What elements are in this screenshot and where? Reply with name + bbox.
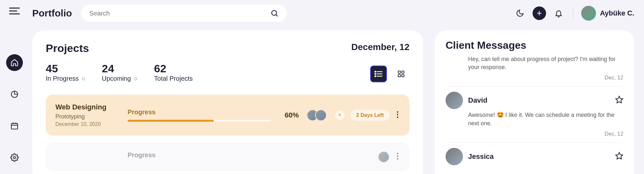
message-sender: David (468, 96, 487, 105)
assignee-avatars (307, 109, 327, 121)
project-more-menu[interactable] (395, 110, 400, 121)
calendar-icon (10, 122, 19, 130)
svg-point-18 (375, 76, 376, 77)
projects-card: Projects December, 12 45 In Progress 24 … (32, 30, 423, 174)
add-assignee-button[interactable]: + (335, 110, 345, 120)
message-date: Dec, 12 (604, 131, 623, 137)
stat-total: 62 Total Projects (154, 62, 193, 82)
search-wrap (81, 5, 287, 22)
svg-line-10 (276, 15, 278, 16)
view-grid-button[interactable] (393, 66, 409, 82)
sidebar (0, 0, 29, 174)
menu-toggle[interactable] (9, 7, 20, 16)
nav-analytics[interactable] (6, 86, 23, 103)
dot-indicator (82, 77, 85, 80)
message-item[interactable]: Jessica (446, 143, 623, 170)
message-item[interactable]: David Awesome! 🤩 I like it. We can sched… (446, 87, 623, 142)
svg-point-25 (397, 116, 398, 118)
projects-date: December, 12 (351, 42, 409, 52)
assignee-avatar (378, 151, 389, 163)
stat-value: 45 (46, 62, 85, 75)
divider (573, 7, 573, 19)
message-date: Dec, 12 (604, 75, 623, 81)
message-body: Hey, can tell me about progress of proje… (468, 55, 623, 71)
notifications[interactable] (552, 6, 565, 20)
project-row[interactable]: . Progress (46, 143, 409, 171)
nav-settings[interactable] (6, 149, 23, 166)
list-icon (374, 71, 383, 77)
svg-marker-30 (616, 152, 623, 159)
progress-label: Progress (128, 151, 370, 159)
more-vertical-icon (397, 111, 399, 118)
search-icon[interactable] (270, 9, 279, 17)
bell-icon (554, 9, 563, 17)
star-button[interactable] (615, 152, 623, 161)
pie-chart-icon (10, 90, 19, 98)
top-actions: Aybüke C. (513, 6, 634, 21)
star-icon (615, 96, 623, 104)
progress-bar (128, 120, 271, 122)
user-name: Aybüke C. (600, 9, 634, 17)
stat-label: Total Projects (154, 75, 193, 82)
user-avatar (581, 6, 596, 21)
svg-rect-21 (398, 75, 400, 77)
svg-point-8 (14, 157, 16, 159)
gear-icon (10, 153, 19, 162)
dot-indicator (134, 77, 137, 80)
theme-toggle[interactable] (513, 6, 527, 20)
svg-point-24 (397, 114, 398, 115)
message-body: Awesome! 🤩 I like it. We can schedule a … (468, 111, 623, 127)
svg-point-23 (397, 111, 398, 112)
svg-point-27 (397, 156, 398, 157)
nav-calendar[interactable] (6, 118, 23, 134)
svg-point-16 (375, 71, 376, 72)
project-row[interactable]: Web Designing Prototyping December 10, 2… (46, 95, 409, 136)
svg-point-17 (375, 74, 376, 75)
project-more-menu[interactable] (395, 151, 400, 162)
svg-rect-20 (402, 71, 404, 73)
message-avatar (446, 92, 463, 109)
view-list-button[interactable] (370, 66, 387, 82)
moon-icon (516, 9, 524, 17)
project-date: December 10, 2020 (55, 121, 120, 127)
progress-bar-fill (128, 120, 214, 122)
message-avatar (446, 148, 463, 165)
hamburger-icon (9, 7, 20, 15)
messages-card: Client Messages Hey, can tell me about p… (435, 30, 634, 174)
stat-in-progress: 45 In Progress (46, 62, 85, 82)
svg-rect-22 (402, 75, 404, 77)
topbar: Portfolio Aybüke C. (29, 0, 644, 26)
messages-heading: Client Messages (446, 39, 623, 51)
days-left-badge: 2 Days Left (351, 110, 389, 121)
project-subtitle: Prototyping (55, 113, 120, 120)
stat-label: Upcoming (102, 75, 131, 82)
stat-upcoming: 24 Upcoming (102, 62, 137, 82)
page-title: Portfolio (32, 8, 72, 19)
more-vertical-icon (397, 153, 399, 160)
plus-icon (536, 10, 543, 16)
progress-percent: 60% (285, 111, 299, 119)
svg-point-26 (397, 153, 398, 154)
svg-rect-4 (11, 123, 18, 129)
project-title: Web Designing (55, 103, 120, 111)
stat-label: In Progress (46, 75, 79, 82)
star-icon (615, 152, 623, 160)
grid-icon (397, 70, 405, 78)
svg-marker-29 (616, 97, 623, 103)
message-sender: Jessica (468, 152, 494, 161)
projects-heading: Projects (46, 42, 89, 55)
home-icon (10, 58, 19, 67)
svg-rect-19 (398, 71, 400, 73)
nav-home[interactable] (6, 54, 23, 71)
message-item[interactable]: Hey, can tell me about progress of proje… (446, 52, 623, 87)
stat-value: 62 (154, 62, 193, 75)
user-menu[interactable]: Aybüke C. (581, 6, 634, 21)
svg-point-9 (272, 10, 277, 15)
add-button[interactable] (533, 6, 546, 20)
progress-label: Progress (128, 108, 271, 116)
star-button[interactable] (615, 96, 623, 105)
search-input[interactable] (89, 10, 270, 17)
assignee-avatar (315, 109, 327, 121)
stat-value: 24 (102, 62, 137, 75)
svg-point-28 (397, 158, 398, 159)
